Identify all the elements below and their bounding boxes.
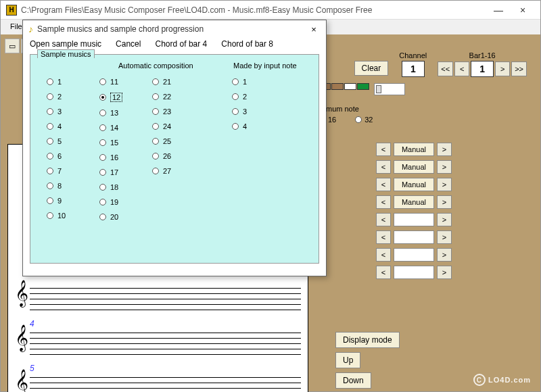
next-button[interactable]: >	[437, 160, 452, 174]
next-button[interactable]: >	[437, 266, 452, 279]
sample-radio-4[interactable]: 4	[232, 122, 264, 130]
prev-button[interactable]: <	[376, 213, 391, 226]
sample-radio-15[interactable]: 15	[99, 139, 132, 147]
sample-radio-5[interactable]: 5	[47, 137, 79, 145]
next-button[interactable]: >	[437, 178, 452, 191]
manual-box[interactable]	[394, 266, 434, 279]
down-button[interactable]: Down	[335, 372, 371, 389]
window-title: C:\Program Files\Easy Music Composer Fre…	[21, 5, 486, 15]
next-button[interactable]: >	[437, 195, 452, 209]
prev-button[interactable]: <	[376, 160, 391, 174]
bar-next-button[interactable]: >	[495, 62, 510, 76]
radio-icon	[232, 78, 239, 85]
staff-number: 5	[30, 364, 301, 373]
manual-row: <Manual>	[376, 160, 452, 174]
cancel[interactable]: Cancel	[116, 39, 141, 49]
manual-box[interactable]	[394, 230, 434, 244]
sample-radio-22[interactable]: 22	[152, 93, 185, 101]
sample-radio-17[interactable]: 17	[99, 168, 132, 176]
next-button[interactable]: >	[437, 213, 452, 226]
prev-button[interactable]: <	[376, 230, 391, 244]
sample-radio-4[interactable]: 4	[47, 122, 79, 130]
manual-box[interactable]: Manual	[394, 160, 434, 174]
radio-icon	[47, 197, 53, 204]
next-button[interactable]: >	[437, 143, 452, 156]
sample-radio-26[interactable]: 26	[152, 152, 185, 160]
sample-radio-2[interactable]: 2	[47, 93, 79, 101]
swatch[interactable]	[331, 83, 344, 90]
manual-box[interactable]: Manual	[394, 195, 434, 209]
slider[interactable]	[374, 83, 405, 95]
sample-radio-10[interactable]: 10	[47, 212, 79, 220]
prev-button[interactable]: <	[376, 178, 391, 191]
dialog-close-button[interactable]: ×	[307, 24, 321, 34]
dialog-titlebar: ♪ Sample musics and sample chord progres…	[23, 20, 326, 38]
minimum-note-label: inimum note	[319, 105, 373, 113]
prev-button[interactable]: <	[376, 266, 391, 279]
sample-radio-23[interactable]: 23	[152, 107, 185, 116]
bar-last-button[interactable]: >>	[511, 62, 527, 76]
bar-prev-button[interactable]: <	[454, 62, 469, 76]
sample-radio-6[interactable]: 6	[47, 152, 79, 160]
close-button[interactable]: ×	[511, 3, 535, 18]
swatch[interactable]	[344, 83, 356, 90]
sample-radio-25[interactable]: 25	[152, 137, 185, 145]
sample-radio-3[interactable]: 3	[232, 107, 264, 116]
sample-radio-19[interactable]: 19	[99, 198, 132, 206]
clear-button[interactable]: Clear	[354, 61, 389, 76]
sample-radio-11[interactable]: 11	[99, 78, 132, 86]
sample-radio-2[interactable]: 2	[232, 93, 264, 101]
prev-button[interactable]: <	[376, 143, 391, 156]
sample-radio-27[interactable]: 27	[152, 167, 185, 175]
radio-label: 1	[57, 78, 62, 86]
sample-radio-20[interactable]: 20	[99, 213, 132, 221]
next-button[interactable]: >	[437, 248, 452, 262]
toolbar-new-icon[interactable]: ▭	[5, 39, 20, 53]
sample-radio-1[interactable]: 1	[47, 78, 79, 86]
sample-radio-24[interactable]: 24	[152, 122, 185, 130]
prev-button[interactable]: <	[376, 248, 391, 262]
app-icon: H	[6, 5, 17, 16]
music-note-icon: ♪	[28, 24, 33, 34]
min-note-32[interactable]: 32	[355, 116, 373, 124]
chord-bar-8[interactable]: Chord of bar 8	[221, 39, 273, 49]
radio-icon	[152, 108, 159, 115]
sample-radio-18[interactable]: 18	[99, 183, 132, 191]
open-sample-music[interactable]: Open sample music	[30, 39, 101, 49]
manual-box[interactable]: Manual	[394, 143, 434, 156]
next-button[interactable]: >	[437, 230, 452, 244]
radio-icon	[99, 199, 106, 205]
sample-radio-1[interactable]: 1	[232, 78, 264, 86]
up-button[interactable]: Up	[335, 352, 360, 368]
sample-radio-13[interactable]: 13	[99, 109, 132, 117]
swatch[interactable]	[357, 83, 369, 90]
radio-label: 2	[57, 93, 62, 101]
radio-label: 6	[57, 152, 62, 160]
minimize-button[interactable]: —	[486, 3, 511, 18]
slider-thumb[interactable]	[376, 85, 381, 93]
bar-first-button[interactable]: <<	[438, 62, 453, 76]
channel-group: Channel 1	[399, 51, 427, 77]
staff-number: 4	[30, 319, 301, 328]
manual-box[interactable]	[394, 213, 434, 226]
radio-icon	[99, 214, 106, 220]
chord-bar-4[interactable]: Chord of bar 4	[156, 39, 208, 49]
display-mode-button[interactable]: Display mode	[335, 332, 400, 348]
sample-radio-3[interactable]: 3	[47, 107, 79, 116]
auto-col-3: 21222324252627	[152, 78, 185, 221]
radio-label: 5	[57, 137, 62, 145]
prev-button[interactable]: <	[376, 195, 391, 209]
bar-label: Bar1-16	[469, 51, 496, 59]
radio-label: 12	[110, 93, 122, 102]
manual-box[interactable]: Manual	[394, 178, 434, 191]
sample-radio-14[interactable]: 14	[99, 124, 132, 132]
manual-box[interactable]	[394, 248, 434, 262]
sample-radio-12[interactable]: 12	[99, 93, 132, 102]
sample-radio-21[interactable]: 21	[152, 78, 185, 86]
manual-row: <Manual>	[376, 195, 452, 209]
sample-radio-9[interactable]: 9	[47, 197, 79, 205]
radio-icon	[47, 78, 53, 85]
sample-radio-16[interactable]: 16	[99, 153, 132, 162]
sample-radio-7[interactable]: 7	[47, 167, 79, 175]
sample-radio-8[interactable]: 8	[47, 182, 79, 190]
